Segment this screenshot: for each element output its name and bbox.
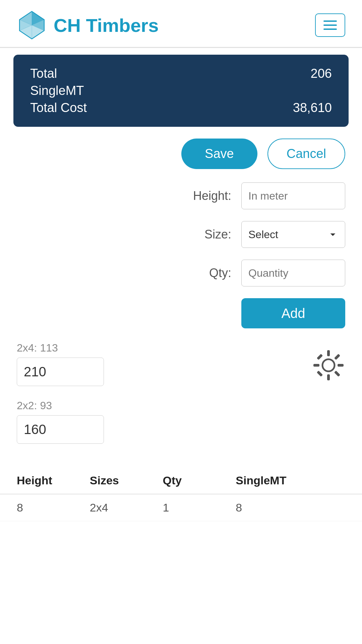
gear-icon[interactable] <box>312 348 345 382</box>
hamburger-line-3 <box>323 29 337 30</box>
td-singlemt: 8 <box>236 501 345 514</box>
item-input-2x4[interactable] <box>17 358 104 386</box>
item-input-2x2[interactable] <box>17 415 104 444</box>
svg-rect-14 <box>317 354 323 360</box>
gear-icon-container <box>312 342 345 382</box>
logo-icon <box>17 10 47 40</box>
size-select[interactable]: Select 2x4 2x2 2x6 4x4 <box>241 221 345 248</box>
total-cost-value: 38,610 <box>293 101 332 115</box>
hamburger-line-2 <box>323 24 337 26</box>
form-section: Height: Size: Select 2x4 2x2 2x6 4x4 Qty… <box>0 169 362 286</box>
th-qty: Qty <box>163 474 236 487</box>
menu-button[interactable] <box>315 13 345 37</box>
td-qty: 1 <box>163 501 236 514</box>
svg-rect-11 <box>327 374 330 380</box>
td-size: 2x4 <box>90 501 163 514</box>
svg-rect-17 <box>334 371 340 377</box>
qty-label: Qty: <box>178 266 231 280</box>
svg-rect-16 <box>317 371 323 377</box>
total-row: Total 206 <box>30 66 332 81</box>
size-row: Size: Select 2x4 2x2 2x6 4x4 <box>17 221 345 248</box>
hamburger-line-1 <box>323 20 337 22</box>
singlemt-row: SingleMT <box>30 81 332 101</box>
data-table: Height Sizes Qty SingleMT 8 2x4 1 8 <box>0 467 362 521</box>
items-section: 2x4: 113 2x2: 93 <box>0 328 362 457</box>
app-title: CH Timbers <box>54 14 159 36</box>
add-button[interactable]: Add <box>241 298 345 328</box>
svg-rect-10 <box>327 350 330 356</box>
height-label: Height: <box>178 189 231 203</box>
svg-rect-15 <box>334 354 340 360</box>
app-header: CH Timbers <box>0 0 362 47</box>
total-label: Total <box>30 66 57 81</box>
total-cost-row: Total Cost 38,610 <box>30 101 332 115</box>
hamburger-icon <box>323 20 337 30</box>
cancel-button[interactable]: Cancel <box>267 139 345 169</box>
svg-rect-12 <box>313 364 319 367</box>
save-button[interactable]: Save <box>181 139 257 169</box>
height-input[interactable] <box>241 182 345 209</box>
total-cost-label: Total Cost <box>30 101 87 115</box>
qty-input[interactable] <box>241 260 345 286</box>
size-label: Size: <box>178 227 231 241</box>
header-divider <box>0 47 362 48</box>
summary-box: Total 206 SingleMT Total Cost 38,610 <box>13 55 349 127</box>
height-row: Height: <box>17 182 345 209</box>
th-singlemt: SingleMT <box>236 474 345 487</box>
item-label-2x2: 2x2: 93 <box>17 399 312 412</box>
item-group-2x2: 2x2: 93 <box>17 399 312 444</box>
svg-point-9 <box>322 359 335 371</box>
singlemt-label: SingleMT <box>30 84 84 98</box>
total-value: 206 <box>311 66 332 81</box>
item-group-2x4: 2x4: 113 <box>17 342 312 386</box>
items-list: 2x4: 113 2x2: 93 <box>17 342 312 457</box>
svg-rect-13 <box>338 364 344 367</box>
td-height: 8 <box>17 501 90 514</box>
table-header: Height Sizes Qty SingleMT <box>0 467 362 494</box>
action-buttons: Save Cancel <box>0 127 362 169</box>
th-height: Height <box>17 474 90 487</box>
logo-area: CH Timbers <box>17 10 159 40</box>
qty-row: Qty: <box>17 260 345 286</box>
table-row: 8 2x4 1 8 <box>0 494 362 521</box>
item-label-2x4: 2x4: 113 <box>17 342 312 354</box>
th-sizes: Sizes <box>90 474 163 487</box>
